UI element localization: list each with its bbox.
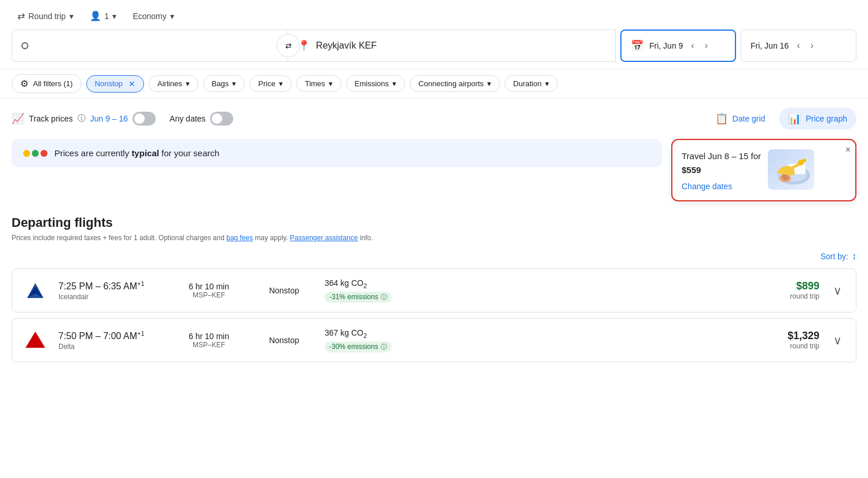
popup-close-button[interactable]: × — [845, 145, 851, 155]
track-prices-label: Track prices — [29, 114, 73, 123]
departing-flights-section: Departing flights Prices include require… — [12, 215, 856, 362]
emissions-value-1: 364 kg CO2 — [325, 278, 429, 289]
airline-name-1: Icelandair — [58, 293, 163, 301]
airline-name-2: Delta — [58, 343, 163, 351]
calendar-icon: 📅 — [631, 39, 643, 52]
emissions-info-icon-1[interactable]: ⓘ — [381, 293, 387, 301]
expand-button-1[interactable]: ∨ — [831, 281, 844, 300]
all-filters-label: All filters (1) — [33, 79, 73, 88]
trip-type-chevron: ▾ — [69, 12, 73, 21]
passengers-label: 1 — [105, 12, 109, 21]
date-grid-button[interactable]: 📋 Date grid — [706, 108, 775, 130]
popup-content: Travel Jun 8 – 15 for$559 Change dates — [682, 149, 846, 191]
main-content: 📈 Track prices ⓘ Jun 9 – 16 Any dates 📋 … — [0, 98, 868, 372]
search-bar: Minneapolis ⇄ 📍 📅 Fri, Jun 9 ‹ › Fri, Ju… — [0, 30, 868, 69]
connecting-airports-chevron-icon: ▾ — [487, 79, 491, 88]
top-bar: ⇄ Round trip ▾ 👤 1 ▾ Economy ▾ — [0, 0, 868, 30]
emissions-info-icon-2[interactable]: ⓘ — [381, 343, 387, 351]
duration-time-1: 6 hr 10 min — [174, 282, 244, 291]
return-date-label: Fri, Jun 16 — [751, 41, 789, 50]
destination-input[interactable] — [316, 41, 606, 51]
origin-circle-icon — [21, 42, 28, 49]
depart-next-button[interactable]: › — [703, 38, 710, 53]
svg-marker-8 — [25, 332, 45, 348]
price-typical-prefix: Prices are currently — [54, 148, 131, 158]
change-dates-link[interactable]: Change dates — [682, 182, 761, 191]
flight-row[interactable]: 7:25 PM – 6:35 AM+1 Icelandair 6 hr 10 m… — [12, 269, 856, 312]
trend-icon: 📈 — [12, 112, 24, 125]
swap-icon: ⇄ — [17, 10, 25, 21]
subtitle-end: info. — [360, 234, 373, 242]
airlines-chevron-icon: ▾ — [186, 79, 190, 88]
price-graph-icon: 📊 — [788, 112, 801, 125]
return-prev-button[interactable]: ‹ — [795, 38, 802, 53]
swap-button[interactable]: ⇄ — [277, 34, 300, 57]
flight-duration-2: 6 hr 10 min MSP–KEF — [174, 332, 244, 349]
time-range-text-2: 7:50 PM – 7:00 AM — [58, 331, 137, 341]
duration-filter[interactable]: Duration ▾ — [505, 75, 558, 92]
origin-input[interactable]: Minneapolis — [34, 41, 278, 51]
delta-logo-svg — [24, 329, 46, 351]
price-graph-button[interactable]: 📊 Price graph — [779, 108, 856, 130]
price-typical-text: Prices are currently typical for your se… — [54, 148, 219, 158]
flight-times-2: 7:50 PM – 7:00 AM+1 Delta — [58, 330, 163, 351]
delta-logo — [24, 329, 47, 352]
flight-duration-1: 6 hr 10 min MSP–KEF — [174, 282, 244, 299]
flight-emissions-1: 364 kg CO2 -31% emissions ⓘ — [325, 278, 429, 303]
origin-field[interactable]: Minneapolis — [12, 30, 288, 62]
price-trip-type-2: round trip — [788, 342, 819, 350]
bag-fees-link[interactable]: bag fees — [226, 234, 253, 242]
bags-chevron-icon: ▾ — [232, 79, 236, 88]
airlines-label: Airlines — [157, 79, 182, 88]
flight-emissions-2: 367 kg CO2 -30% emissions ⓘ — [325, 328, 429, 352]
subtitle-mid: may apply. — [255, 234, 290, 242]
departing-title: Departing flights — [12, 215, 856, 230]
return-date-field[interactable]: Fri, Jun 16 ‹ › — [741, 30, 856, 62]
bags-filter[interactable]: Bags ▾ — [203, 75, 245, 92]
info-icon[interactable]: ⓘ — [78, 113, 86, 124]
destination-field[interactable]: 📍 — [288, 30, 616, 62]
emissions-filter[interactable]: Emissions ▾ — [346, 75, 405, 92]
expand-button-2[interactable]: ∨ — [831, 331, 844, 350]
passenger-assistance-link[interactable]: Passenger assistance — [290, 234, 358, 242]
track-prices-toggle[interactable] — [133, 112, 156, 126]
price-typical-suffix: for your search — [159, 148, 219, 158]
departing-subtitle: Prices include required taxes + fees for… — [12, 234, 856, 242]
depart-prev-button[interactable]: ‹ — [689, 38, 696, 53]
all-filters-button[interactable]: ⚙ All filters (1) — [12, 74, 82, 93]
passengers-selector[interactable]: 👤 1 ▾ — [84, 7, 123, 25]
times-chevron-icon: ▾ — [329, 79, 333, 88]
cabin-class-label: Economy — [133, 12, 166, 21]
cabin-class-selector[interactable]: Economy ▾ — [127, 8, 179, 24]
flight-stops-2: Nonstop — [255, 336, 313, 345]
time-super-2: +1 — [137, 330, 145, 337]
person-icon: 👤 — [90, 10, 101, 21]
emissions-badge-text-2: -30% emissions — [329, 343, 378, 351]
nonstop-filter[interactable]: Nonstop ✕ — [86, 75, 144, 93]
price-filter[interactable]: Price ▾ — [249, 75, 292, 92]
trip-type-selector[interactable]: ⇄ Round trip ▾ — [12, 7, 79, 25]
times-filter[interactable]: Times ▾ — [296, 75, 341, 92]
return-next-button[interactable]: › — [808, 38, 815, 53]
duration-route-2: MSP–KEF — [174, 341, 244, 349]
date-grid-label: Date grid — [733, 114, 766, 123]
nonstop-label: Nonstop — [95, 79, 123, 88]
depart-date-field[interactable]: 📅 Fri, Jun 9 ‹ › — [620, 30, 736, 62]
flight-times-1: 7:25 PM – 6:35 AM+1 Icelandair — [58, 280, 163, 301]
swap-arrows-icon: ⇄ — [285, 42, 292, 50]
price-trip-type-1: round trip — [790, 292, 819, 300]
emissions-text-1: 364 kg CO — [325, 278, 363, 288]
time-range-text-1: 7:25 PM – 6:35 AM — [58, 281, 137, 291]
nonstop-remove-button[interactable]: ✕ — [128, 79, 135, 89]
duration-label: Duration — [513, 79, 542, 88]
connecting-airports-filter[interactable]: Connecting airports ▾ — [410, 75, 500, 92]
flight-list: 7:25 PM – 6:35 AM+1 Icelandair 6 hr 10 m… — [12, 269, 856, 362]
flight-row[interactable]: 7:50 PM – 7:00 AM+1 Delta 6 hr 10 min MS… — [12, 318, 856, 362]
any-dates-toggle[interactable] — [210, 112, 233, 126]
price-value-1: $899 — [790, 280, 819, 292]
sort-button[interactable]: Sort by: ↕ — [821, 251, 856, 262]
sort-icon: ↕ — [852, 251, 856, 262]
passengers-chevron: ▾ — [112, 12, 116, 21]
airlines-filter[interactable]: Airlines ▾ — [149, 75, 198, 92]
time-super-1: +1 — [137, 280, 145, 287]
